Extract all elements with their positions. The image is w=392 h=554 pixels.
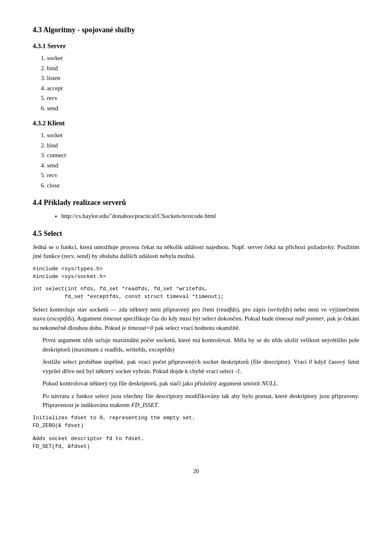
para-2: Select kontroluje stav socketů — zda něk… [33,305,359,333]
section-4-3: 4.3 Algoritmy - spojované služby 4.3.1 S… [33,24,359,190]
code-fd-set-comment: Adds socket descriptor fd to fdset. FD_S… [33,435,359,451]
list-item: 6. send [41,104,359,113]
section-4-3-heading: 4.3 Algoritmy - spojované služby [33,24,359,36]
para-3: První argument nfds určuje maximální poč… [42,336,359,354]
section-4-5: 4.5 Select Jedná se o funkci, která umož… [33,228,359,451]
list-item: 3. connect [41,151,359,160]
bullet-link: http://cs.baylor.edu/˜donahoo/practical/… [61,211,359,221]
code-includes: #include <sys/types.h> #include <sys/soc… [33,265,359,281]
page-content: 4.3 Algoritmy - spojované služby 4.3.1 S… [33,24,359,476]
section-4-4-heading: 4.4 Příklady realizace serverů [33,197,359,208]
list-item: 6. close [41,181,359,190]
list-item: 1. socket [41,131,359,140]
code-select-signature: int select(int nfds, fd_set *readfds, fd… [33,285,359,301]
list-item: 3. listen [41,73,359,83]
section-4-3-1-heading: 4.3.1 Server [33,41,359,51]
page-number: 20 [33,467,359,476]
section-4-3-1: 4.3.1 Server 1. socket 2. bind 3. listen… [33,41,359,113]
list-item: 4. accept [41,84,359,93]
section-4-4: 4.4 Příklady realizace serverů http://cs… [33,197,359,221]
list-item: 5. recv [41,171,359,180]
section-4-5-heading: 4.5 Select [33,228,359,239]
section-4-3-2: 4.3.2 Klient 1. socket 2. bind 3. connec… [33,118,359,190]
code-fd-zero-comment: Initializes fdset to 0, representing the… [33,414,359,430]
para-4: Jestliže select proběhne úspěšně, pak vr… [42,357,359,376]
list-item: 2. bind [41,64,359,73]
list-item: 1. socket [41,53,359,63]
list-item: 5. recv [41,93,359,103]
para-5: Pokud kontrolovat některý typ file deskr… [42,379,359,388]
list-item: 2. bind [41,141,359,150]
list-item: 4. send [41,161,359,170]
para-6: Po návratu z funkce select jsou všechny … [42,392,359,410]
section-4-3-2-heading: 4.3.2 Klient [33,118,359,128]
para-1: Jedná se o funkci, která umožňuje proces… [33,243,359,261]
